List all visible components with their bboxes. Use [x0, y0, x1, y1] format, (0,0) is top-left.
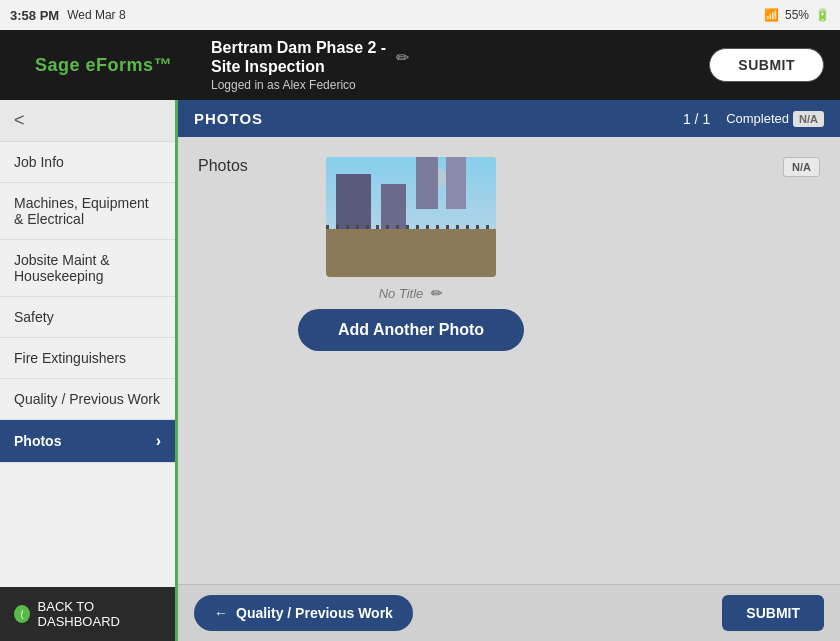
app-header: Sage eForms™ Bertram Dam Phase 2 - Site …	[0, 30, 840, 100]
sidebar-collapse-button[interactable]: <	[0, 100, 175, 142]
battery-percent: 55%	[785, 8, 809, 22]
sidebar-item-photos[interactable]: Photos ›	[0, 420, 175, 463]
sidebar-item-safety[interactable]: Safety	[0, 297, 175, 338]
main-layout: < Job Info Machines, Equipment & Electri…	[0, 100, 840, 641]
prev-arrow-icon: ←	[214, 605, 228, 621]
dashboard-icon: ⟨	[14, 605, 30, 623]
sidebar-item-quality-previous-work[interactable]: Quality / Previous Work	[0, 379, 175, 420]
project-title-row: Bertram Dam Phase 2 - Site Inspection ✏	[211, 38, 689, 76]
project-info: Bertram Dam Phase 2 - Site Inspection ✏ …	[211, 38, 689, 92]
building1-visual	[336, 174, 371, 229]
photo-thumbnail[interactable]	[326, 157, 496, 277]
status-time: 3:58 PM	[10, 8, 59, 23]
section-title: PHOTOS	[194, 110, 683, 127]
sidebar-item-machines-equipment[interactable]: Machines, Equipment & Electrical	[0, 183, 175, 240]
back-to-dashboard-button[interactable]: ⟨ BACK TO DASHBOARD	[0, 587, 175, 641]
tower1-visual	[416, 157, 438, 209]
submit-button-header[interactable]: SUBMIT	[709, 48, 824, 82]
edit-project-icon[interactable]: ✏	[396, 48, 409, 67]
submit-button-bottom[interactable]: SUBMIT	[722, 595, 824, 631]
photos-field-label: Photos	[198, 157, 278, 175]
logo: Sage eForms™	[35, 55, 172, 76]
tower2-visual	[446, 157, 466, 209]
factory-scene-image	[326, 157, 496, 277]
chevron-right-icon: ›	[156, 432, 161, 450]
header-right: SUBMIT	[709, 48, 824, 82]
completed-badge: Completed N/A	[726, 111, 824, 127]
sidebar-item-job-info[interactable]: Job Info	[0, 142, 175, 183]
logo-area: Sage eForms™	[16, 40, 191, 90]
completed-label: Completed	[726, 111, 789, 126]
completed-value: N/A	[793, 111, 824, 127]
bottom-navigation: ← Quality / Previous Work SUBMIT	[178, 584, 840, 641]
photo-area: No Title ✏ Add Another Photo	[298, 157, 524, 351]
login-info: Logged in as Alex Federico	[211, 78, 689, 92]
building2-visual	[381, 184, 406, 229]
battery-icon: 🔋	[815, 8, 830, 22]
content-area: PHOTOS 1 / 1 Completed N/A Photos	[178, 100, 840, 641]
page-count: 1 / 1	[683, 111, 710, 127]
sidebar-item-fire-extinguishers[interactable]: Fire Extinguishers	[0, 338, 175, 379]
sidebar: < Job Info Machines, Equipment & Electri…	[0, 100, 178, 641]
prev-btn-label: Quality / Previous Work	[236, 605, 393, 621]
photo-caption-row: No Title ✏	[379, 285, 444, 301]
content-body: Photos No	[178, 137, 840, 584]
section-header: PHOTOS 1 / 1 Completed N/A	[178, 100, 840, 137]
wifi-icon: 📶	[764, 8, 779, 22]
ground-visual	[326, 229, 496, 277]
edit-caption-icon[interactable]: ✏	[431, 285, 443, 301]
sidebar-item-jobsite-maint[interactable]: Jobsite Maint & Housekeeping	[0, 240, 175, 297]
photo-no-title-label: No Title	[379, 286, 424, 301]
status-date: Wed Mar 8	[67, 8, 125, 22]
add-another-photo-button[interactable]: Add Another Photo	[298, 309, 524, 351]
status-bar: 3:58 PM Wed Mar 8 📶 55% 🔋	[0, 0, 840, 30]
na-badge: N/A	[783, 157, 820, 177]
project-title: Bertram Dam Phase 2 - Site Inspection	[211, 38, 386, 76]
previous-section-button[interactable]: ← Quality / Previous Work	[194, 595, 413, 631]
back-dashboard-label: BACK TO DASHBOARD	[38, 599, 161, 629]
status-right: 📶 55% 🔋	[764, 8, 830, 22]
